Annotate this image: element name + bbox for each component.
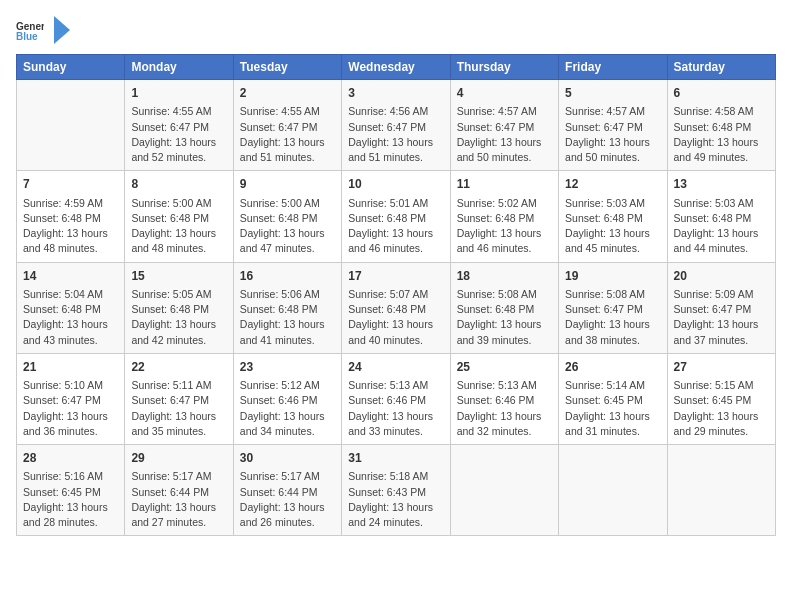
svg-marker-2: [54, 16, 70, 44]
calendar-cell: 1Sunrise: 4:55 AM Sunset: 6:47 PM Daylig…: [125, 80, 233, 171]
calendar-cell: [17, 80, 125, 171]
cell-sun-info: Sunrise: 5:04 AM Sunset: 6:48 PM Dayligh…: [23, 287, 118, 348]
calendar-cell: 24Sunrise: 5:13 AM Sunset: 6:46 PM Dayli…: [342, 353, 450, 444]
cell-sun-info: Sunrise: 5:18 AM Sunset: 6:43 PM Dayligh…: [348, 469, 443, 530]
cell-sun-info: Sunrise: 4:59 AM Sunset: 6:48 PM Dayligh…: [23, 196, 118, 257]
calendar-cell: 8Sunrise: 5:00 AM Sunset: 6:48 PM Daylig…: [125, 171, 233, 262]
day-number: 9: [240, 176, 335, 193]
cell-sun-info: Sunrise: 5:14 AM Sunset: 6:45 PM Dayligh…: [565, 378, 660, 439]
day-number: 15: [131, 268, 226, 285]
cell-sun-info: Sunrise: 5:06 AM Sunset: 6:48 PM Dayligh…: [240, 287, 335, 348]
cell-sun-info: Sunrise: 5:12 AM Sunset: 6:46 PM Dayligh…: [240, 378, 335, 439]
page-header: General Blue: [16, 16, 776, 44]
calendar-cell: 20Sunrise: 5:09 AM Sunset: 6:47 PM Dayli…: [667, 262, 775, 353]
col-tuesday: Tuesday: [233, 55, 341, 80]
calendar-week-row: 28Sunrise: 5:16 AM Sunset: 6:45 PM Dayli…: [17, 445, 776, 536]
day-number: 23: [240, 359, 335, 376]
calendar-cell: 23Sunrise: 5:12 AM Sunset: 6:46 PM Dayli…: [233, 353, 341, 444]
calendar-cell: 16Sunrise: 5:06 AM Sunset: 6:48 PM Dayli…: [233, 262, 341, 353]
cell-sun-info: Sunrise: 5:03 AM Sunset: 6:48 PM Dayligh…: [674, 196, 769, 257]
calendar-cell: 17Sunrise: 5:07 AM Sunset: 6:48 PM Dayli…: [342, 262, 450, 353]
day-number: 25: [457, 359, 552, 376]
day-number: 4: [457, 85, 552, 102]
calendar-cell: 7Sunrise: 4:59 AM Sunset: 6:48 PM Daylig…: [17, 171, 125, 262]
cell-sun-info: Sunrise: 5:11 AM Sunset: 6:47 PM Dayligh…: [131, 378, 226, 439]
calendar-cell: 9Sunrise: 5:00 AM Sunset: 6:48 PM Daylig…: [233, 171, 341, 262]
col-sunday: Sunday: [17, 55, 125, 80]
cell-sun-info: Sunrise: 5:17 AM Sunset: 6:44 PM Dayligh…: [240, 469, 335, 530]
day-number: 10: [348, 176, 443, 193]
calendar-cell: 13Sunrise: 5:03 AM Sunset: 6:48 PM Dayli…: [667, 171, 775, 262]
day-number: 20: [674, 268, 769, 285]
calendar-cell: 14Sunrise: 5:04 AM Sunset: 6:48 PM Dayli…: [17, 262, 125, 353]
calendar-cell: 30Sunrise: 5:17 AM Sunset: 6:44 PM Dayli…: [233, 445, 341, 536]
cell-sun-info: Sunrise: 5:01 AM Sunset: 6:48 PM Dayligh…: [348, 196, 443, 257]
calendar-cell: [450, 445, 558, 536]
cell-sun-info: Sunrise: 5:02 AM Sunset: 6:48 PM Dayligh…: [457, 196, 552, 257]
cell-sun-info: Sunrise: 5:15 AM Sunset: 6:45 PM Dayligh…: [674, 378, 769, 439]
svg-text:Blue: Blue: [16, 31, 38, 42]
calendar-cell: [667, 445, 775, 536]
col-monday: Monday: [125, 55, 233, 80]
cell-sun-info: Sunrise: 4:58 AM Sunset: 6:48 PM Dayligh…: [674, 104, 769, 165]
cell-sun-info: Sunrise: 4:57 AM Sunset: 6:47 PM Dayligh…: [457, 104, 552, 165]
calendar-cell: 18Sunrise: 5:08 AM Sunset: 6:48 PM Dayli…: [450, 262, 558, 353]
day-number: 13: [674, 176, 769, 193]
cell-sun-info: Sunrise: 5:03 AM Sunset: 6:48 PM Dayligh…: [565, 196, 660, 257]
col-wednesday: Wednesday: [342, 55, 450, 80]
calendar-week-row: 21Sunrise: 5:10 AM Sunset: 6:47 PM Dayli…: [17, 353, 776, 444]
cell-sun-info: Sunrise: 5:05 AM Sunset: 6:48 PM Dayligh…: [131, 287, 226, 348]
cell-sun-info: Sunrise: 5:07 AM Sunset: 6:48 PM Dayligh…: [348, 287, 443, 348]
day-number: 29: [131, 450, 226, 467]
logo: General Blue: [16, 16, 70, 44]
calendar-header-row: Sunday Monday Tuesday Wednesday Thursday…: [17, 55, 776, 80]
calendar-week-row: 7Sunrise: 4:59 AM Sunset: 6:48 PM Daylig…: [17, 171, 776, 262]
day-number: 12: [565, 176, 660, 193]
calendar-cell: 2Sunrise: 4:55 AM Sunset: 6:47 PM Daylig…: [233, 80, 341, 171]
day-number: 19: [565, 268, 660, 285]
logo-icon: General Blue: [16, 16, 44, 44]
day-number: 16: [240, 268, 335, 285]
day-number: 7: [23, 176, 118, 193]
calendar-cell: 15Sunrise: 5:05 AM Sunset: 6:48 PM Dayli…: [125, 262, 233, 353]
calendar-cell: 21Sunrise: 5:10 AM Sunset: 6:47 PM Dayli…: [17, 353, 125, 444]
cell-sun-info: Sunrise: 5:13 AM Sunset: 6:46 PM Dayligh…: [348, 378, 443, 439]
day-number: 28: [23, 450, 118, 467]
calendar-cell: 25Sunrise: 5:13 AM Sunset: 6:46 PM Dayli…: [450, 353, 558, 444]
day-number: 11: [457, 176, 552, 193]
calendar-cell: 3Sunrise: 4:56 AM Sunset: 6:47 PM Daylig…: [342, 80, 450, 171]
day-number: 26: [565, 359, 660, 376]
calendar-cell: 22Sunrise: 5:11 AM Sunset: 6:47 PM Dayli…: [125, 353, 233, 444]
cell-sun-info: Sunrise: 5:00 AM Sunset: 6:48 PM Dayligh…: [240, 196, 335, 257]
cell-sun-info: Sunrise: 5:09 AM Sunset: 6:47 PM Dayligh…: [674, 287, 769, 348]
calendar-cell: 4Sunrise: 4:57 AM Sunset: 6:47 PM Daylig…: [450, 80, 558, 171]
day-number: 6: [674, 85, 769, 102]
cell-sun-info: Sunrise: 5:10 AM Sunset: 6:47 PM Dayligh…: [23, 378, 118, 439]
calendar-cell: 11Sunrise: 5:02 AM Sunset: 6:48 PM Dayli…: [450, 171, 558, 262]
calendar-cell: 6Sunrise: 4:58 AM Sunset: 6:48 PM Daylig…: [667, 80, 775, 171]
col-saturday: Saturday: [667, 55, 775, 80]
calendar-cell: 29Sunrise: 5:17 AM Sunset: 6:44 PM Dayli…: [125, 445, 233, 536]
cell-sun-info: Sunrise: 5:13 AM Sunset: 6:46 PM Dayligh…: [457, 378, 552, 439]
day-number: 24: [348, 359, 443, 376]
calendar-cell: 27Sunrise: 5:15 AM Sunset: 6:45 PM Dayli…: [667, 353, 775, 444]
cell-sun-info: Sunrise: 4:55 AM Sunset: 6:47 PM Dayligh…: [131, 104, 226, 165]
calendar-cell: 31Sunrise: 5:18 AM Sunset: 6:43 PM Dayli…: [342, 445, 450, 536]
cell-sun-info: Sunrise: 4:56 AM Sunset: 6:47 PM Dayligh…: [348, 104, 443, 165]
calendar-cell: [559, 445, 667, 536]
day-number: 27: [674, 359, 769, 376]
cell-sun-info: Sunrise: 5:17 AM Sunset: 6:44 PM Dayligh…: [131, 469, 226, 530]
day-number: 14: [23, 268, 118, 285]
day-number: 2: [240, 85, 335, 102]
day-number: 21: [23, 359, 118, 376]
day-number: 8: [131, 176, 226, 193]
logo-triangle-icon: [52, 16, 70, 44]
cell-sun-info: Sunrise: 5:08 AM Sunset: 6:48 PM Dayligh…: [457, 287, 552, 348]
cell-sun-info: Sunrise: 5:08 AM Sunset: 6:47 PM Dayligh…: [565, 287, 660, 348]
cell-sun-info: Sunrise: 4:55 AM Sunset: 6:47 PM Dayligh…: [240, 104, 335, 165]
calendar-week-row: 1Sunrise: 4:55 AM Sunset: 6:47 PM Daylig…: [17, 80, 776, 171]
day-number: 3: [348, 85, 443, 102]
cell-sun-info: Sunrise: 4:57 AM Sunset: 6:47 PM Dayligh…: [565, 104, 660, 165]
calendar-cell: 5Sunrise: 4:57 AM Sunset: 6:47 PM Daylig…: [559, 80, 667, 171]
day-number: 18: [457, 268, 552, 285]
